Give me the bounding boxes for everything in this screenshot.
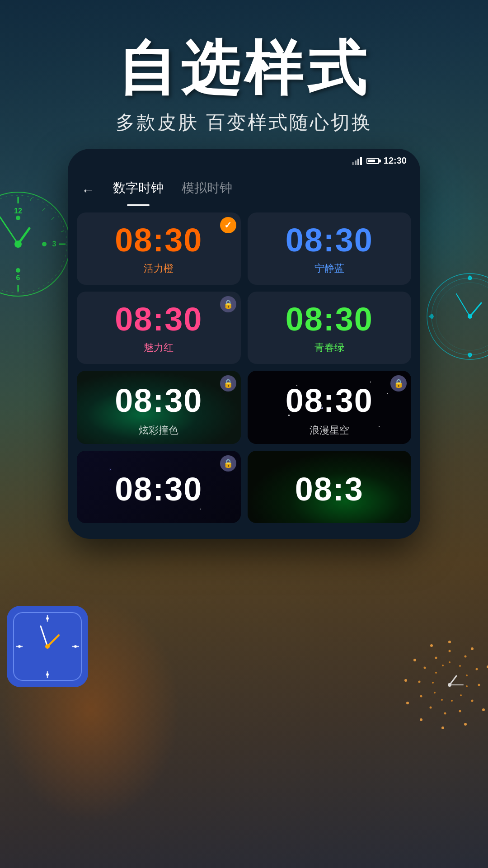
svg-rect-91 xyxy=(360,157,362,165)
lock-badge-stars1: 🔒 xyxy=(220,455,236,472)
svg-point-25 xyxy=(436,283,488,350)
svg-point-69 xyxy=(430,707,432,709)
svg-point-73 xyxy=(435,657,437,659)
status-bar: 12:30 xyxy=(68,149,420,170)
status-time: 12:30 xyxy=(384,156,407,166)
svg-point-20 xyxy=(42,242,47,246)
svg-point-50 xyxy=(448,641,451,643)
clock-time-space: 08:30 xyxy=(286,382,373,419)
clock-card-green[interactable]: 08:30 青春绿 xyxy=(248,292,412,364)
svg-line-17 xyxy=(0,217,18,244)
deco-clock-green: 12 3 6 9 xyxy=(0,190,72,298)
svg-text:12: 12 xyxy=(14,207,22,215)
deco-clock-spiral xyxy=(402,637,488,732)
svg-line-6 xyxy=(30,198,32,201)
svg-point-87 xyxy=(448,683,451,687)
selected-badge: ✓ xyxy=(220,217,236,233)
svg-point-58 xyxy=(406,702,409,704)
svg-point-77 xyxy=(466,685,468,687)
svg-point-57 xyxy=(420,718,422,721)
svg-point-81 xyxy=(434,692,436,693)
clock-label-orange: 活力橙 xyxy=(144,262,174,275)
clock-grid: ✓ 08:30 活力橙 08:30 宁静蓝 🔒 08:30 魅力红 08:30 … xyxy=(68,206,420,530)
phone-mockup: 12:30 ← 数字时钟 模拟时钟 ✓ 08:30 活力橙 08:30 宁静蓝 xyxy=(68,149,420,539)
clock-label-nebula: 炫彩撞色 xyxy=(139,424,178,437)
svg-point-59 xyxy=(404,679,407,682)
nav-tabs: ← 数字时钟 模拟时钟 xyxy=(68,170,420,206)
svg-point-54 xyxy=(482,708,485,711)
svg-point-45 xyxy=(18,645,21,648)
deco-clock-cyan xyxy=(425,271,488,362)
clock-card-nebula[interactable]: 🔒 08:30 炫彩撞色 xyxy=(77,371,241,444)
svg-line-8 xyxy=(52,217,54,220)
svg-point-74 xyxy=(449,661,450,663)
svg-point-79 xyxy=(451,700,453,702)
svg-point-21 xyxy=(16,268,20,273)
clock-card-blue[interactable]: 08:30 宁静蓝 xyxy=(248,212,412,285)
svg-point-60 xyxy=(413,659,416,661)
clock-label-space: 浪漫星空 xyxy=(310,424,349,437)
svg-point-63 xyxy=(465,656,467,658)
svg-line-7 xyxy=(42,208,45,211)
clock-card-pink[interactable]: 🔒 08:30 魅力红 xyxy=(77,292,241,364)
svg-point-84 xyxy=(442,665,444,666)
battery-icon xyxy=(366,158,379,164)
tab-analog[interactable]: 模拟时钟 xyxy=(173,175,241,206)
svg-point-66 xyxy=(471,700,474,702)
svg-point-71 xyxy=(418,681,421,683)
svg-point-48 xyxy=(45,644,50,649)
clock-card-orange[interactable]: ✓ 08:30 活力橙 xyxy=(77,212,241,285)
deco-clock-blue-square xyxy=(7,606,88,687)
clock-time-green: 08:30 xyxy=(286,303,373,335)
clock-card-stars2[interactable]: 08:3 xyxy=(248,451,412,523)
clock-time-stars1: 08:30 xyxy=(115,471,202,508)
tab-digital[interactable]: 数字时钟 xyxy=(104,175,173,206)
svg-point-64 xyxy=(476,668,478,670)
svg-point-72 xyxy=(424,667,426,669)
svg-point-24 xyxy=(432,278,488,355)
subtitle: 多款皮肤 百变样式随心切换 xyxy=(0,110,488,135)
lock-badge-space: 🔒 xyxy=(390,375,407,392)
svg-point-70 xyxy=(420,695,422,698)
clock-label-pink: 魅力红 xyxy=(144,341,174,354)
signal-icon xyxy=(352,157,362,165)
svg-point-67 xyxy=(459,710,461,712)
clock-card-stars1[interactable]: 🔒 08:30 xyxy=(77,451,241,523)
svg-point-82 xyxy=(432,682,434,684)
back-button[interactable]: ← xyxy=(81,183,95,198)
svg-text:3: 3 xyxy=(52,240,56,248)
header-section: 自选样式 多款皮肤 百变样式随心切换 xyxy=(0,0,488,149)
status-icons: 12:30 xyxy=(352,156,407,166)
svg-point-62 xyxy=(449,650,451,652)
clock-label-blue: 宁静蓝 xyxy=(314,262,344,275)
svg-point-65 xyxy=(478,684,480,686)
svg-point-44 xyxy=(46,673,49,676)
lock-badge-nebula: 🔒 xyxy=(220,375,236,392)
svg-point-32 xyxy=(468,314,472,319)
svg-line-31 xyxy=(456,294,470,316)
svg-point-49 xyxy=(404,640,488,730)
svg-point-51 xyxy=(471,647,474,650)
clock-time-blue: 08:30 xyxy=(286,224,373,256)
svg-text:6: 6 xyxy=(16,274,20,282)
clock-time-orange: 08:30 xyxy=(115,224,202,256)
clock-time-pink: 08:30 xyxy=(115,303,202,335)
clock-time-nebula: 08:30 xyxy=(115,382,202,419)
svg-point-68 xyxy=(444,712,446,715)
svg-point-78 xyxy=(460,694,462,696)
page-wrapper: 自选样式 多款皮肤 百变样式随心切换 12 3 6 9 xyxy=(0,0,488,868)
svg-point-56 xyxy=(441,726,444,729)
svg-rect-88 xyxy=(352,162,354,165)
clock-time-stars2: 08:3 xyxy=(295,471,364,508)
clock-card-space[interactable]: 🔒 08:30 浪漫星空 xyxy=(248,371,412,444)
svg-point-80 xyxy=(441,699,443,701)
svg-point-61 xyxy=(430,644,433,647)
svg-point-55 xyxy=(464,723,467,726)
svg-rect-90 xyxy=(357,159,359,165)
svg-point-43 xyxy=(74,645,77,648)
svg-point-83 xyxy=(435,672,437,674)
svg-point-19 xyxy=(16,216,20,220)
svg-point-76 xyxy=(466,675,468,676)
clock-label-green: 青春绿 xyxy=(314,341,344,354)
svg-point-75 xyxy=(459,665,461,667)
